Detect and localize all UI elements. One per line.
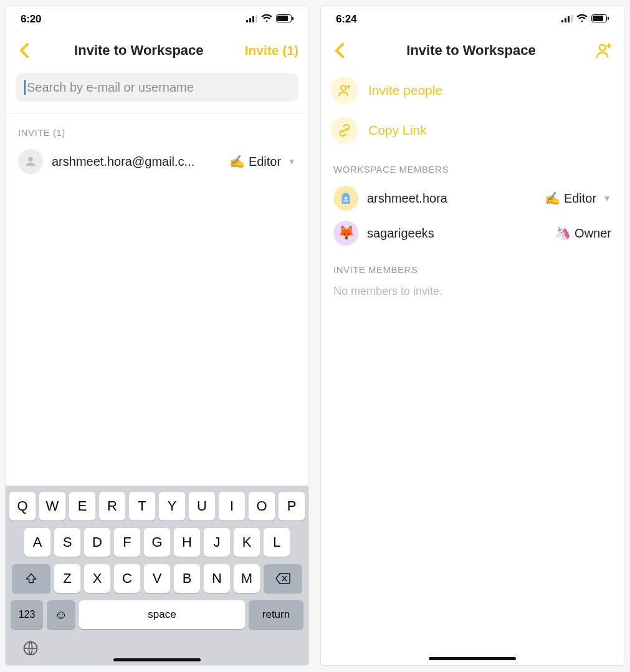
action-list: Invite people Copy Link <box>321 68 624 150</box>
svg-point-7 <box>28 157 32 161</box>
key-shift[interactable] <box>12 564 50 593</box>
key-q[interactable]: Q <box>9 492 36 521</box>
nav-bar: Invite to Workspace Invite (1) <box>6 33 308 68</box>
key-m[interactable]: M <box>234 564 260 593</box>
key-backspace[interactable] <box>264 564 302 593</box>
key-t[interactable]: T <box>129 492 155 521</box>
svg-rect-15 <box>608 17 609 20</box>
key-i[interactable]: I <box>219 492 245 521</box>
key-z[interactable]: Z <box>54 564 80 593</box>
key-v[interactable]: V <box>144 564 170 593</box>
svg-rect-2 <box>252 16 254 22</box>
invite-empty-text: No members to invite. <box>321 281 624 302</box>
key-j[interactable]: J <box>204 528 230 557</box>
wifi-icon <box>261 13 272 26</box>
svg-rect-0 <box>246 20 248 22</box>
back-button[interactable] <box>331 42 348 59</box>
cellular-icon <box>246 13 257 26</box>
role-icon: 🦄 <box>555 226 571 241</box>
status-time: 6:24 <box>336 13 356 26</box>
role-selector[interactable]: ✍️ Editor ▼ <box>545 191 611 206</box>
role-label: Owner <box>575 226 611 241</box>
avatar-placeholder <box>18 149 43 174</box>
svg-rect-9 <box>561 20 563 22</box>
member-name: sagarigeeks <box>367 226 546 241</box>
back-button[interactable] <box>16 42 33 59</box>
key-emoji[interactable]: ☺ <box>47 600 75 629</box>
key-u[interactable]: U <box>189 492 215 521</box>
status-bar: 6:20 <box>6 6 308 33</box>
key-s[interactable]: S <box>54 528 80 557</box>
key-f[interactable]: F <box>114 528 140 557</box>
action-label: Invite people <box>368 83 442 98</box>
svg-rect-14 <box>593 16 603 21</box>
keyboard-row-3: Z X C V B N M <box>8 564 306 593</box>
key-e[interactable]: E <box>69 492 95 521</box>
key-123[interactable]: 123 <box>11 600 43 629</box>
nav-title: Invite to Workspace <box>74 42 203 59</box>
status-indicators <box>246 13 294 26</box>
svg-rect-1 <box>249 18 251 22</box>
invite-section-header: INVITE (1) <box>6 113 308 144</box>
key-space[interactable]: space <box>79 600 245 629</box>
screen-invite-search: 6:20 Invite to Workspace Invite (1) Sear… <box>5 5 309 666</box>
key-c[interactable]: C <box>114 564 140 593</box>
add-person-button[interactable] <box>594 41 614 60</box>
status-time: 6:20 <box>21 13 41 26</box>
key-k[interactable]: K <box>234 528 260 557</box>
member-row[interactable]: 🦊 sagarigeeks 🦄 Owner <box>321 216 624 251</box>
nav-bar: Invite to Workspace <box>321 33 624 68</box>
key-b[interactable]: B <box>174 564 200 593</box>
invite-row[interactable]: arshmeet.hora@gmail.c... ✍️ Editor ▼ <box>6 144 308 179</box>
globe-icon[interactable] <box>22 640 39 660</box>
role-label: Editor <box>249 155 281 169</box>
key-o[interactable]: O <box>249 492 275 521</box>
svg-rect-11 <box>568 16 570 22</box>
svg-rect-10 <box>565 18 566 22</box>
svg-rect-12 <box>571 15 573 22</box>
invite-members-header: INVITE MEMBERS <box>321 251 624 281</box>
action-label: Copy Link <box>368 123 426 138</box>
role-icon: ✍️ <box>545 191 560 206</box>
nav-title: Invite to Workspace <box>406 42 535 59</box>
member-row[interactable]: arshmeet.hora ✍️ Editor ▼ <box>321 181 624 216</box>
svg-point-18 <box>345 197 347 199</box>
key-w[interactable]: W <box>39 492 65 521</box>
battery-icon <box>591 13 609 26</box>
svg-rect-6 <box>292 17 294 20</box>
home-indicator[interactable] <box>429 657 516 660</box>
key-n[interactable]: N <box>204 564 230 593</box>
role-icon: ✍️ <box>229 154 245 169</box>
screen-workspace-members: 6:24 Invite to Workspace Invite peo <box>320 5 624 666</box>
key-r[interactable]: R <box>99 492 125 521</box>
key-y[interactable]: Y <box>159 492 185 521</box>
copy-link-button[interactable]: Copy Link <box>321 110 624 150</box>
invite-people-button[interactable]: Invite people <box>321 70 624 110</box>
chevron-down-icon: ▼ <box>603 193 611 203</box>
status-bar: 6:24 <box>321 6 624 33</box>
key-p[interactable]: P <box>279 492 305 521</box>
key-return[interactable]: return <box>249 600 303 629</box>
invite-confirm-button[interactable]: Invite (1) <box>245 43 298 58</box>
avatar: 🦊 <box>333 221 358 246</box>
cellular-icon <box>561 13 573 26</box>
role-selector[interactable]: ✍️ Editor ▼ <box>229 154 296 169</box>
key-a[interactable]: A <box>24 528 50 557</box>
key-h[interactable]: H <box>174 528 200 557</box>
key-x[interactable]: X <box>84 564 110 593</box>
chevron-down-icon: ▼ <box>287 156 296 166</box>
search-input[interactable]: Search by e-mail or username <box>16 73 298 102</box>
members-header: WORKSPACE MEMBERS <box>321 150 624 181</box>
battery-icon <box>276 13 294 26</box>
key-l[interactable]: L <box>264 528 290 557</box>
keyboard-row-1: Q W E R T Y U I O P <box>8 492 306 521</box>
home-indicator[interactable] <box>113 658 201 661</box>
svg-point-16 <box>599 44 606 50</box>
avatar <box>333 186 358 211</box>
keyboard-row-2: A S D F G H J K L <box>8 528 306 557</box>
svg-rect-3 <box>255 15 257 22</box>
role-display: 🦄 Owner <box>555 226 611 241</box>
key-d[interactable]: D <box>84 528 110 557</box>
status-indicators <box>561 13 609 26</box>
key-g[interactable]: G <box>144 528 170 557</box>
